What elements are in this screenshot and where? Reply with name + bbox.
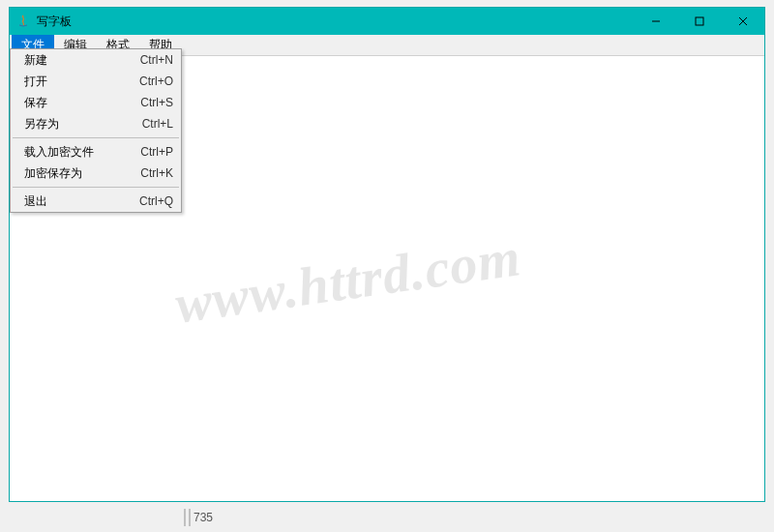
menu-item-shortcut: Ctrl+L — [142, 117, 173, 131]
file-menu-dropdown: 新建 Ctrl+N 打开 Ctrl+O 保存 Ctrl+S 另存为 Ctrl+L… — [10, 48, 182, 213]
close-button[interactable] — [721, 8, 764, 35]
menu-item-open[interactable]: 打开 Ctrl+O — [11, 71, 181, 92]
menu-item-label: 退出 — [24, 193, 139, 210]
menu-item-new[interactable]: 新建 Ctrl+N — [11, 49, 181, 71]
menu-item-exit[interactable]: 退出 Ctrl+Q — [11, 191, 181, 212]
status-text: 735 — [194, 511, 213, 524]
menu-item-shortcut: Ctrl+O — [139, 74, 173, 88]
window-controls — [634, 8, 764, 35]
titlebar: 写字板 — [10, 8, 764, 35]
menu-item-label: 打开 — [24, 74, 139, 90]
menu-item-label: 另存为 — [24, 116, 142, 133]
menu-item-shortcut: Ctrl+N — [140, 53, 173, 67]
menu-item-save-encrypted[interactable]: 加密保存为 Ctrl+K — [11, 163, 181, 184]
background-status-fragment: 735 — [184, 509, 213, 526]
menu-item-label: 载入加密文件 — [24, 144, 140, 161]
svg-rect-1 — [696, 17, 703, 25]
menu-item-saveas[interactable]: 另存为 Ctrl+L — [11, 113, 181, 134]
menu-item-save[interactable]: 保存 Ctrl+S — [11, 92, 181, 113]
menu-item-shortcut: Ctrl+K — [140, 166, 173, 180]
menu-item-label: 新建 — [24, 52, 140, 69]
menu-item-shortcut: Ctrl+S — [140, 96, 173, 109]
menu-item-label: 保存 — [24, 95, 140, 111]
menu-item-shortcut: Ctrl+P — [140, 145, 173, 159]
window-title: 写字板 — [37, 14, 634, 30]
minimize-button[interactable] — [634, 8, 677, 35]
watermark-text: www.httrd.com — [171, 225, 524, 335]
menu-item-shortcut: Ctrl+Q — [139, 194, 173, 208]
menu-separator — [13, 187, 179, 188]
java-app-icon — [15, 14, 31, 29]
maximize-button[interactable] — [677, 8, 721, 35]
menu-item-load-encrypted[interactable]: 载入加密文件 Ctrl+P — [11, 141, 181, 163]
menu-item-label: 加密保存为 — [24, 165, 140, 182]
menu-separator — [13, 137, 179, 138]
